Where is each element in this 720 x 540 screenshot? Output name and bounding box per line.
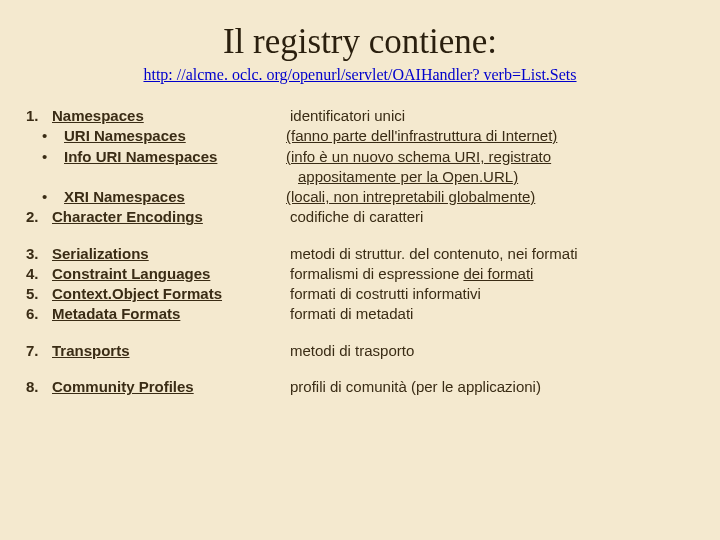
item-label: Transports	[52, 342, 130, 359]
item-desc: profili di comunità (per le applicazioni…	[290, 377, 694, 397]
item-number: 4.	[26, 264, 52, 284]
item-number: 2.	[26, 207, 52, 227]
item-label: Character Encodings	[52, 208, 203, 225]
subitem-info-uri-namespaces: • Info URI Namespaces (info è un nuovo s…	[42, 147, 694, 167]
page-title: Il registry contiene:	[26, 22, 694, 62]
item-desc: identificatori unici	[290, 106, 694, 126]
item-label: Metadata Formats	[52, 305, 180, 322]
registry-url-text: http: //alcme. oclc. org/openurl/servlet…	[143, 66, 576, 83]
registry-list: 1. Namespaces identificatori unici • URI…	[26, 106, 694, 397]
item-constraint-languages: 4. Constraint Languages formalismi di es…	[26, 264, 694, 284]
item-number: 3.	[26, 244, 52, 264]
bullet-icon: •	[42, 147, 64, 167]
subitem-info-uri-note: appositamente per la Open.URL)	[42, 167, 694, 187]
item-community-profiles: 8. Community Profiles profili di comunit…	[26, 377, 694, 397]
subitem-label: URI Namespaces	[64, 127, 186, 144]
item-contextobject-formats: 5. Context.Object Formats formati di cos…	[26, 284, 694, 304]
item-number: 8.	[26, 377, 52, 397]
registry-url[interactable]: http: //alcme. oclc. org/openurl/servlet…	[26, 66, 694, 84]
item-label: Namespaces	[52, 107, 144, 124]
subitem-desc-cont: appositamente per la Open.URL)	[286, 167, 694, 187]
namespaces-sublist: • URI Namespaces (fanno parte dell'infra…	[42, 126, 694, 207]
subitem-uri-namespaces: • URI Namespaces (fanno parte dell'infra…	[42, 126, 694, 146]
subitem-label: Info URI Namespaces	[64, 148, 217, 165]
item-number: 7.	[26, 341, 52, 361]
item-namespaces: 1. Namespaces identificatori unici	[26, 106, 694, 126]
subitem-desc: (info è un nuovo schema URI, registrato	[286, 147, 694, 167]
item-desc: metodi di trasporto	[290, 341, 694, 361]
item-label: Constraint Languages	[52, 265, 210, 282]
item-number: 1.	[26, 106, 52, 126]
item-desc: metodi di struttur. del contenuto, nei f…	[290, 244, 694, 264]
item-metadata-formats: 6. Metadata Formats formati di metadati	[26, 304, 694, 324]
subitem-xri-namespaces: • XRI Namespaces (locali, non intrepreta…	[42, 187, 694, 207]
item-label: Context.Object Formats	[52, 285, 222, 302]
item-desc: formati di costrutti informativi	[290, 284, 694, 304]
bullet-icon: •	[42, 126, 64, 146]
bullet-icon: •	[42, 187, 64, 207]
item-desc: formalismi di espressione dei formati	[290, 264, 694, 284]
item-serializations: 3. Serializations metodi di struttur. de…	[26, 244, 694, 264]
item-character-encodings: 2. Character Encodings codifiche di cara…	[26, 207, 694, 227]
item-number: 6.	[26, 304, 52, 324]
item-number: 5.	[26, 284, 52, 304]
item-desc: codifiche di caratteri	[290, 207, 694, 227]
item-label: Serializations	[52, 245, 149, 262]
subitem-desc: (fanno parte dell'infrastruttura di Inte…	[286, 126, 694, 146]
item-desc: formati di metadati	[290, 304, 694, 324]
item-label: Community Profiles	[52, 378, 194, 395]
subitem-label: XRI Namespaces	[64, 188, 185, 205]
item-transports: 7. Transports metodi di trasporto	[26, 341, 694, 361]
subitem-desc: (locali, non intrepretabili globalmente)	[286, 187, 694, 207]
